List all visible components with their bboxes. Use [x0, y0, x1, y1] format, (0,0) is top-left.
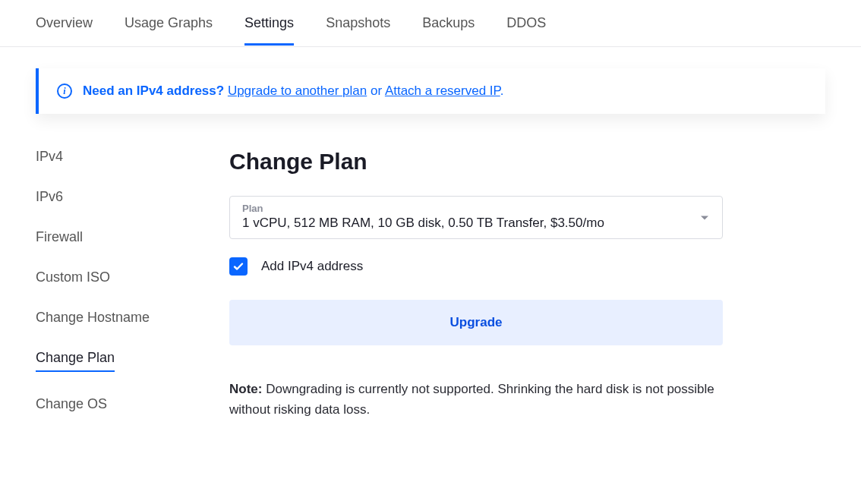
note-bold: Note: — [229, 382, 262, 396]
sidebar-item-ipv6[interactable]: IPv6 — [36, 189, 63, 205]
alert-link-attach-ip[interactable]: Attach a reserved IP — [385, 83, 500, 98]
alert-middle: or — [371, 83, 385, 98]
sidebar-item-custom-iso[interactable]: Custom ISO — [36, 269, 110, 285]
alert-container: Need an IPv4 address? Upgrade to another… — [0, 47, 861, 114]
alert-end: . — [500, 83, 504, 98]
ipv4-alert: Need an IPv4 address? Upgrade to another… — [36, 68, 825, 114]
tab-snapshots[interactable]: Snapshots — [326, 2, 390, 45]
sidebar-item-ipv4[interactable]: IPv4 — [36, 149, 63, 165]
info-icon — [57, 83, 72, 99]
check-icon — [232, 260, 244, 272]
upgrade-button[interactable]: Upgrade — [229, 300, 723, 345]
add-ipv4-row: Add IPv4 address — [229, 257, 723, 276]
sidebar-item-firewall[interactable]: Firewall — [36, 229, 83, 245]
page-title: Change Plan — [229, 149, 723, 175]
note-text: Downgrading is currently not supported. … — [229, 382, 714, 417]
alert-text: Need an IPv4 address? Upgrade to another… — [83, 83, 503, 99]
content-panel: Change Plan Plan 1 vCPU, 512 MB RAM, 10 … — [229, 149, 723, 420]
top-tabs: Overview Usage Graphs Settings Snapshots… — [0, 0, 861, 47]
add-ipv4-checkbox[interactable] — [229, 257, 248, 276]
main-area: IPv4 IPv6 Firewall Custom ISO Change Hos… — [0, 114, 861, 420]
alert-question: Need an IPv4 address? — [83, 83, 224, 98]
add-ipv4-label: Add IPv4 address — [261, 259, 363, 274]
chevron-down-icon — [701, 216, 708, 219]
downgrade-note: Note: Downgrading is currently not suppo… — [229, 379, 723, 420]
tab-backups[interactable]: Backups — [422, 2, 475, 45]
alert-link-upgrade-plan[interactable]: Upgrade to another plan — [228, 83, 367, 98]
sidebar-item-change-hostname[interactable]: Change Hostname — [36, 310, 150, 326]
plan-select-label: Plan — [242, 203, 710, 214]
plan-select[interactable]: Plan 1 vCPU, 512 MB RAM, 10 GB disk, 0.5… — [229, 196, 723, 239]
sidebar-item-change-os[interactable]: Change OS — [36, 396, 107, 412]
tab-settings[interactable]: Settings — [244, 2, 294, 45]
plan-select-value: 1 vCPU, 512 MB RAM, 10 GB disk, 0.50 TB … — [242, 216, 710, 231]
tab-usage-graphs[interactable]: Usage Graphs — [125, 2, 213, 45]
settings-sidebar: IPv4 IPv6 Firewall Custom ISO Change Hos… — [36, 149, 184, 420]
tab-ddos[interactable]: DDOS — [506, 2, 546, 45]
tab-overview[interactable]: Overview — [36, 2, 93, 45]
sidebar-item-change-plan[interactable]: Change Plan — [36, 350, 115, 372]
